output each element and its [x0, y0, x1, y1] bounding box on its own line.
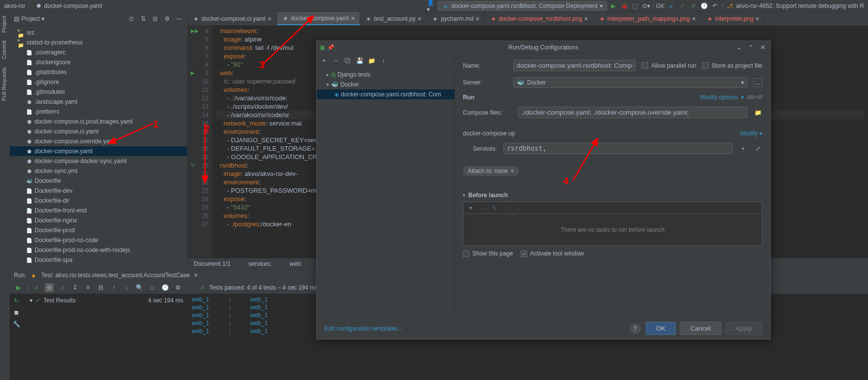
- close-icon[interactable]: ×: [584, 15, 588, 23]
- save-icon[interactable]: 💾: [355, 56, 364, 65]
- dialog-config-tree[interactable]: ▸ dj Django tests ▾ 🐳 Docker ◈ docker-co…: [317, 68, 455, 101]
- next-icon[interactable]: ↓: [122, 283, 131, 292]
- activate-tool-group[interactable]: Activate tool window: [521, 250, 584, 257]
- gutter-line[interactable]: 26: [192, 211, 208, 220]
- minimize-icon[interactable]: ⌄: [735, 43, 744, 52]
- services-input[interactable]: [503, 143, 733, 154]
- project-title[interactable]: ▤ Project ▾: [14, 15, 127, 22]
- project-tree[interactable]: ▸ 📁src▸ 📁statsd-to-prometheus📄.coverager…: [10, 26, 187, 267]
- test-results-root[interactable]: ▾ ✓ Test Results 4 sec 194 ms: [30, 296, 183, 305]
- close-icon[interactable]: ×: [755, 15, 759, 23]
- folder-icon[interactable]: 📁: [367, 56, 376, 65]
- close-icon[interactable]: ×: [417, 15, 421, 23]
- gutter-line[interactable]: 8: [192, 60, 208, 69]
- tree-item[interactable]: ⬢docker-compose.ci.prod.images.yaml: [10, 117, 187, 127]
- tree-item[interactable]: 📄Dockerfile-nginx: [10, 215, 187, 225]
- tree-item[interactable]: 📄.dockerignore: [10, 57, 187, 67]
- browse-icon[interactable]: 📁: [753, 108, 762, 117]
- tree-item[interactable]: ⬢docker-compose.yaml: [10, 146, 187, 156]
- gutter-line[interactable]: 16: [192, 127, 208, 136]
- editor-tab[interactable]: ◈docker-compose_rsrdbhost.png×: [485, 12, 594, 25]
- tree-item[interactable]: 📄.gitignore: [10, 77, 187, 87]
- cancel-button[interactable]: Cancel: [680, 322, 721, 335]
- breadcrumb-root[interactable]: akvo-rsr: [4, 2, 25, 9]
- tree-item[interactable]: ⬢docker-compose.override.yaml: [10, 136, 187, 146]
- select-file-icon[interactable]: ⊙: [127, 14, 136, 23]
- tree-item[interactable]: 📄Dockerfile-dir: [10, 196, 187, 206]
- add-icon[interactable]: +: [320, 56, 329, 65]
- close-icon[interactable]: ×: [475, 15, 479, 23]
- close-icon[interactable]: ✕: [758, 43, 767, 52]
- gutter-line[interactable]: 15: [192, 119, 208, 127]
- tree-item[interactable]: 📄Dockerfile-dev: [10, 186, 187, 196]
- debug-icon[interactable]: 🐞: [620, 1, 629, 10]
- branch-icon[interactable]: ⎇: [725, 1, 734, 10]
- path-web[interactable]: web:: [289, 260, 302, 267]
- toggle-icon[interactable]: ↕: [58, 283, 67, 292]
- run-gutter-icon[interactable]: ▶▶: [191, 28, 199, 34]
- wrench-icon[interactable]: 🔧: [12, 320, 21, 329]
- name-input[interactable]: [513, 60, 636, 71]
- branch-label[interactable]: akvo-rsr-4652: Support remote debugging …: [736, 2, 864, 9]
- gutter-line[interactable]: 6: [192, 43, 208, 52]
- modify-options-link[interactable]: Modify options: [700, 94, 738, 101]
- checkbox[interactable]: [642, 62, 648, 69]
- chevron-down-icon[interactable]: ▾: [463, 193, 465, 198]
- collapse-all-icon[interactable]: ⊟: [96, 283, 105, 292]
- add-icon[interactable]: +: [739, 144, 747, 153]
- show-page-group[interactable]: Show this page: [463, 250, 513, 257]
- export-icon[interactable]: □: [148, 283, 157, 292]
- rerun-icon[interactable]: ↻: [12, 296, 21, 305]
- expand-icon[interactable]: ⇅: [139, 14, 148, 23]
- gear-icon[interactable]: ⚙: [163, 14, 171, 23]
- gutter-line[interactable]: ▶9: [192, 69, 208, 77]
- store-project-group[interactable]: Store as project file: [702, 62, 762, 69]
- tree-docker-compose-item[interactable]: ◈ docker-compose.yaml.rsrdbhost: Com: [317, 89, 455, 99]
- path-services[interactable]: services:: [248, 260, 272, 267]
- close-icon[interactable]: ×: [511, 168, 514, 174]
- gutter-line[interactable]: 18: [192, 144, 208, 153]
- gutter-line[interactable]: ↻20: [192, 161, 208, 169]
- tree-item[interactable]: 📄Dockerfile-prod-no-code: [10, 235, 187, 245]
- editor-tab[interactable]: ◈pycharm.md×: [427, 12, 485, 25]
- copy-icon[interactable]: ⿻: [343, 56, 352, 65]
- tree-item[interactable]: ▸ 📁src: [10, 28, 187, 38]
- tree-docker[interactable]: ▾ 🐳 Docker: [317, 80, 455, 89]
- gutter-line[interactable]: 19: [192, 153, 208, 161]
- attach-to-chip[interactable]: Attach to: none ×: [463, 166, 519, 176]
- gutter-line[interactable]: 24: [192, 195, 208, 203]
- stop-icon[interactable]: ◼: [12, 308, 21, 317]
- edit-icon[interactable]: ✎: [490, 204, 499, 212]
- tree-item[interactable]: 📄Dockerfile-prod: [10, 225, 187, 235]
- sort-icon[interactable]: ⊘: [45, 283, 54, 292]
- breadcrumb-file[interactable]: docker-compose.yaml: [44, 2, 102, 9]
- add-user-icon[interactable]: 👤▾: [427, 1, 436, 10]
- checkbox[interactable]: [463, 251, 469, 257]
- gutter-line[interactable]: 25: [192, 203, 208, 211]
- git-commit-icon[interactable]: ✓: [678, 1, 687, 10]
- play-gutter-icon[interactable]: ▶: [191, 70, 195, 76]
- tab-project[interactable]: Project: [0, 12, 8, 37]
- gutter-line[interactable]: 23: [192, 186, 208, 195]
- tree-item[interactable]: ⬢.landscape.yaml: [10, 97, 187, 107]
- checkbox[interactable]: [521, 251, 527, 257]
- git-history-icon[interactable]: 🕐: [700, 1, 708, 10]
- tab-pull-requests[interactable]: Pull Requests: [0, 63, 8, 105]
- tree-item[interactable]: 📄.gitattributes: [10, 67, 187, 77]
- remove-icon[interactable]: −: [478, 204, 487, 212]
- profile-icon[interactable]: ⊙▾: [642, 1, 651, 10]
- gutter-line[interactable]: 17: [192, 136, 208, 144]
- gutter-line[interactable]: ▶▶4: [192, 27, 208, 35]
- gutter-line[interactable]: 5: [192, 35, 208, 43]
- add-icon[interactable]: +: [466, 204, 475, 212]
- tree-item[interactable]: ▸ 📁statsd-to-prometheus: [10, 38, 187, 47]
- compose-files-input[interactable]: [518, 107, 747, 118]
- maximize-icon[interactable]: ⌃: [746, 43, 755, 52]
- modify-link[interactable]: Modify ▾: [740, 130, 762, 137]
- git-update-icon[interactable]: ↙: [667, 1, 676, 10]
- search-icon[interactable]: 🔍: [135, 283, 144, 292]
- dialog-header[interactable]: ▣ 📌 Run/Debug Configurations ⌄ ⌃ ✕: [317, 41, 770, 54]
- editor-tab[interactable]: ◈interpreter_path_mappings.png×: [594, 12, 702, 25]
- pin-icon[interactable]: 📌: [327, 44, 334, 51]
- tab-commit[interactable]: Commit: [0, 37, 8, 63]
